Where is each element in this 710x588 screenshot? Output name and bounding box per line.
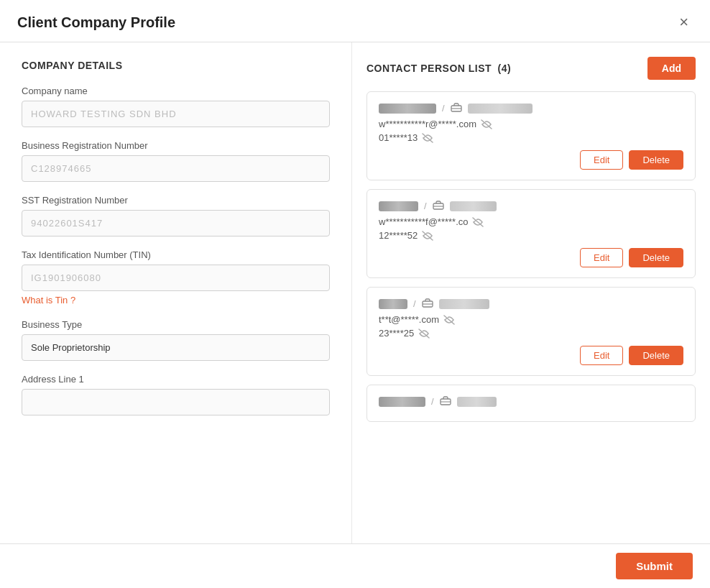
briefcase-icon [451, 102, 462, 114]
tin-label: Tax Identification Number (TIN) [22, 249, 330, 260]
contact-name-row: / [379, 200, 683, 212]
contact-name-row: / [379, 102, 683, 114]
contact-phone-row: 12*****52 [379, 230, 683, 241]
eye-off-icon[interactable] [422, 231, 433, 241]
tin-group: Tax Identification Number (TIN) What is … [22, 249, 330, 306]
contact-company-blurred [457, 397, 497, 407]
contact-email: t**t@*****.com [379, 314, 439, 325]
briefcase-icon [433, 200, 444, 212]
sst-reg-group: SST Registration Number [22, 195, 330, 236]
address-input[interactable] [22, 389, 330, 415]
submit-button[interactable]: Submit [616, 553, 693, 579]
left-panel: COMPANY DETAILS Company name Business Re… [0, 42, 352, 543]
delete-contact-button[interactable]: Delete [629, 346, 683, 365]
contact-phone: 23****25 [379, 328, 414, 339]
contact-name-blurred [379, 201, 418, 211]
contact-name-blurred [379, 299, 407, 309]
modal-footer: Submit [0, 543, 710, 588]
address-label: Address Line 1 [22, 374, 330, 385]
delete-contact-button[interactable]: Delete [629, 150, 683, 170]
add-contact-button[interactable]: Add [647, 57, 696, 80]
modal-body: COMPANY DETAILS Company name Business Re… [0, 42, 710, 543]
business-reg-group: Business Registration Number [22, 140, 330, 182]
card-actions: Edit Delete [379, 248, 683, 267]
business-type-input[interactable] [22, 334, 330, 361]
company-name-group: Company name [22, 86, 330, 127]
business-type-label: Business Type [22, 319, 330, 330]
contact-name-blurred [379, 397, 425, 407]
briefcase-icon [422, 298, 433, 310]
modal-container: Client Company Profile × COMPANY DETAILS… [0, 0, 710, 588]
contact-name-row: / [379, 298, 683, 310]
eye-off-icon[interactable] [422, 133, 433, 143]
edit-contact-button[interactable]: Edit [580, 346, 623, 365]
business-reg-input[interactable] [22, 155, 330, 182]
tin-input[interactable] [22, 265, 330, 291]
right-header: CONTACT PERSON LIST (4) Add [366, 57, 696, 80]
delete-contact-button[interactable]: Delete [629, 248, 683, 267]
sst-reg-input[interactable] [22, 210, 330, 236]
contact-card: / [366, 385, 696, 422]
business-type-group: Business Type [22, 319, 330, 361]
business-reg-label: Business Registration Number [22, 140, 330, 151]
contact-list-title: CONTACT PERSON LIST (4) [366, 63, 511, 74]
contact-company-blurred [450, 201, 497, 211]
address-group: Address Line 1 [22, 374, 330, 415]
company-details-title: COMPANY DETAILS [22, 60, 330, 71]
eye-off-icon[interactable] [418, 329, 430, 339]
eye-off-icon[interactable] [481, 119, 492, 129]
eye-off-icon[interactable] [472, 217, 484, 227]
sst-reg-label: SST Registration Number [22, 195, 330, 206]
contact-phone: 01*****13 [379, 132, 418, 143]
contact-email-row: w***********f@*****.co [379, 216, 683, 227]
contact-name-row: / [379, 395, 683, 408]
contact-name-blurred [379, 104, 436, 114]
card-actions: Edit Delete [379, 150, 683, 170]
contact-card: / w***********r@*****.com 01*****13 [366, 91, 696, 180]
right-panel: CONTACT PERSON LIST (4) Add / w*********… [352, 42, 710, 543]
contact-email-row: t**t@*****.com [379, 314, 683, 325]
contact-phone: 12*****52 [379, 230, 418, 241]
contact-phone-row: 23****25 [379, 328, 683, 339]
contact-company-blurred [468, 104, 532, 114]
tin-link[interactable]: What is Tin ? [22, 295, 75, 306]
edit-contact-button[interactable]: Edit [580, 150, 623, 170]
briefcase-icon [440, 395, 451, 408]
modal-title: Client Company Profile [17, 14, 175, 31]
contact-email: w***********f@*****.co [379, 216, 468, 227]
eye-off-icon[interactable] [443, 315, 455, 325]
contact-card: / t**t@*****.com 23****25 Ed [366, 287, 696, 376]
contact-company-blurred [439, 299, 489, 309]
contact-card: / w***********f@*****.co 12*****52 [366, 189, 696, 278]
contact-email-row: w***********r@*****.com [379, 119, 683, 129]
modal-header: Client Company Profile × [0, 0, 710, 42]
edit-contact-button[interactable]: Edit [580, 248, 623, 267]
company-name-label: Company name [22, 86, 330, 96]
contact-email: w***********r@*****.com [379, 119, 476, 129]
close-button[interactable]: × [675, 13, 693, 32]
card-actions: Edit Delete [379, 346, 683, 365]
company-name-input[interactable] [22, 101, 330, 127]
contact-phone-row: 01*****13 [379, 132, 683, 143]
